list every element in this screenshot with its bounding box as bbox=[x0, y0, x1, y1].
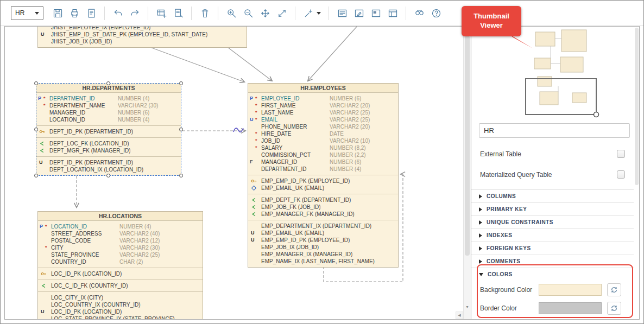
section-comments[interactable]: COMMENTS bbox=[471, 255, 634, 268]
index-row[interactable]: UEMP_EMAIL_UK (EMAIL) bbox=[248, 230, 398, 237]
column-row[interactable]: *LAST_NAMEVARCHAR2 (25) bbox=[248, 109, 398, 116]
new-view-button[interactable] bbox=[171, 5, 186, 21]
panel-scroll-thumb[interactable] bbox=[635, 28, 639, 185]
section-foreign-keys[interactable]: FOREIGN KEYS bbox=[471, 242, 634, 255]
fit-screen-button[interactable] bbox=[257, 5, 273, 21]
entity-locations[interactable]: HR.LOCATIONSP*LOCATION_IDNUMBER (4)STREE… bbox=[37, 211, 203, 319]
selection-handle[interactable] bbox=[34, 128, 38, 131]
entity-departments[interactable]: HR.DEPARTMENTSP*DEPARTMENT_IDNUMBER (4)*… bbox=[36, 83, 181, 176]
index-row[interactable]: DEPT_LOCATION_IX (LOCATION_ID) bbox=[36, 166, 181, 173]
index-row[interactable]: EMP_NAME_IX (LAST_NAME, FIRST_NAME) bbox=[248, 258, 398, 265]
save-button[interactable] bbox=[50, 5, 65, 21]
background-color-swatch[interactable] bbox=[539, 284, 602, 296]
fk-row[interactable]: EMP_MANAGER_FK (MANAGER_ID) bbox=[248, 211, 398, 218]
column-row[interactable]: DEPARTMENT_IDNUMBER (4) bbox=[248, 166, 398, 173]
index-row[interactable]: EMP_JOB_IX (JOB_ID) bbox=[248, 244, 398, 251]
column-row[interactable]: STREET_ADDRESSVARCHAR2 (40) bbox=[38, 230, 203, 237]
column-row[interactable]: U*EMAILVARCHAR2 (25) bbox=[248, 116, 398, 123]
index-row[interactable]: UJHIST_EMP_ID_ST_DATE_PK (EMPLOYEE_ID, S… bbox=[38, 31, 247, 38]
index-row[interactable]: LOC_STATE_PROVINCE_IX (STATE_PROVINCE) bbox=[38, 315, 203, 319]
column-row[interactable]: LOCATION_IDNUMBER (4) bbox=[36, 116, 181, 123]
fk-row[interactable]: EMP_DEPT_FK (DEPARTMENT_ID) bbox=[248, 196, 398, 204]
key-row[interactable]: EMP_EMAIL_UK (EMAIL) bbox=[248, 185, 398, 192]
collapse-panel-arrow[interactable] bbox=[471, 162, 471, 168]
selection-handle[interactable] bbox=[106, 174, 110, 177]
external-table-checkbox[interactable] bbox=[617, 150, 625, 158]
actual-size-button[interactable] bbox=[274, 5, 289, 21]
index-row[interactable]: ULOC_ID_PK (LOCATION_ID) bbox=[38, 308, 203, 315]
column-row[interactable]: P*LOCATION_IDNUMBER (4) bbox=[38, 223, 203, 230]
fk-row[interactable]: EMP_JOB_FK (JOB_ID) bbox=[248, 204, 398, 211]
selection-handle[interactable] bbox=[34, 81, 38, 85]
index-row[interactable]: EMP_DEPARTMENT_IX (DEPARTMENT_ID) bbox=[248, 223, 398, 230]
column-row[interactable]: *CITYVARCHAR2 (30) bbox=[38, 244, 203, 251]
section-unique-constraints[interactable]: UNIQUE CONSTRAINTS bbox=[471, 215, 634, 228]
index-row[interactable]: LOC_COUNTRY_IX (COUNTRY_ID) bbox=[38, 301, 203, 308]
thumbnail-viewer[interactable] bbox=[471, 27, 639, 119]
index-row[interactable]: JHIST_EMPLOYEE_IX (EMPLOYEE_ID) bbox=[38, 27, 247, 31]
key-row[interactable]: EMP_EMP_ID_PK (EMPLOYEE_ID) bbox=[248, 177, 398, 185]
properties-panel-button[interactable] bbox=[334, 5, 350, 21]
fk-row[interactable]: DEPT_LOC_FK (LOCATION_ID) bbox=[36, 140, 181, 147]
print-button[interactable] bbox=[67, 5, 82, 21]
index-row[interactable]: LOC_CITY_IX (CITY) bbox=[38, 294, 203, 301]
fk-row[interactable]: LOC_C_ID_FK (COUNTRY_ID) bbox=[38, 282, 203, 289]
auto-layout-button[interactable] bbox=[301, 5, 323, 21]
fk-row[interactable]: DEPT_MGR_FK (MANAGER_ID) bbox=[36, 147, 181, 154]
index-row[interactable]: JHIST_JOB_IX (JOB_ID) bbox=[38, 38, 247, 45]
border-color-swatch[interactable] bbox=[539, 302, 602, 314]
key-row[interactable]: LOC_ID_PK (LOCATION_ID) bbox=[38, 270, 203, 277]
column-row[interactable]: MANAGER_IDNUMBER (6) bbox=[36, 109, 181, 116]
delete-button[interactable] bbox=[197, 5, 212, 21]
details-panel-button[interactable] bbox=[385, 5, 400, 21]
key-row[interactable]: DEPT_ID_PK (DEPARTMENT_ID) bbox=[36, 128, 181, 135]
undo-button[interactable] bbox=[110, 5, 125, 21]
scroll-left-button[interactable]: ◀ bbox=[456, 312, 463, 319]
selection-handle[interactable] bbox=[34, 174, 38, 177]
zoom-in-button[interactable] bbox=[224, 5, 239, 21]
column-row[interactable]: POSTAL_CODEVARCHAR2 (12) bbox=[38, 237, 203, 244]
column-row[interactable]: *SALARYNUMBER (8,2) bbox=[248, 144, 398, 151]
edit-panel-button[interactable] bbox=[351, 5, 367, 21]
reset-border-color-button[interactable] bbox=[607, 302, 621, 315]
report-button[interactable] bbox=[84, 5, 99, 21]
entity-jhist-partial[interactable]: JHIST_EMPLOYEE_IX (EMPLOYEE_ID)UJHIST_EM… bbox=[37, 27, 247, 48]
index-row[interactable]: EMP_MANAGER_IX (MANAGER_ID) bbox=[248, 251, 398, 258]
new-table-button[interactable] bbox=[154, 5, 169, 21]
table-name-input[interactable] bbox=[479, 123, 630, 138]
overview-panel-button[interactable] bbox=[368, 5, 383, 21]
column-row[interactable]: P*EMPLOYEE_IDNUMBER (6) bbox=[248, 95, 398, 102]
vertical-scroll-thumb[interactable] bbox=[465, 36, 470, 256]
entity-employees[interactable]: HR.EMPLOYEESP*EMPLOYEE_IDNUMBER (6)*FIRS… bbox=[248, 83, 399, 268]
selection-handle[interactable] bbox=[179, 81, 183, 85]
section-colors[interactable]: COLORS bbox=[471, 268, 634, 281]
canvas-vertical-scrollbar[interactable]: ▲ ▼ bbox=[463, 27, 471, 319]
diagram-canvas[interactable]: JHIST_EMPLOYEE_IX (EMPLOYEE_ID)UJHIST_EM… bbox=[5, 27, 471, 319]
viewport-resize-handle[interactable] bbox=[594, 112, 599, 117]
redo-button[interactable] bbox=[127, 5, 142, 21]
column-row[interactable]: P*DEPARTMENT_IDNUMBER (4) bbox=[36, 95, 181, 102]
column-row[interactable]: *HIRE_DATEDATE bbox=[248, 130, 398, 137]
scroll-down-button[interactable]: ▼ bbox=[464, 303, 471, 311]
reset-background-color-button[interactable] bbox=[607, 283, 621, 296]
column-row[interactable]: STATE_PROVINCEVARCHAR2 (25) bbox=[38, 251, 203, 258]
selection-handle[interactable] bbox=[179, 174, 183, 177]
column-row[interactable]: COUNTRY_IDCHAR (2) bbox=[38, 258, 203, 265]
column-row[interactable]: *DEPARTMENT_NAMEVARCHAR2 (30) bbox=[36, 102, 181, 109]
column-row[interactable]: *JOB_IDVARCHAR2 (10) bbox=[248, 137, 398, 144]
find-button[interactable] bbox=[412, 5, 427, 21]
selection-handle[interactable] bbox=[179, 128, 183, 131]
help-button[interactable] bbox=[428, 5, 444, 21]
section-primary-key[interactable]: PRIMARY KEY bbox=[471, 202, 634, 215]
selection-handle[interactable] bbox=[106, 81, 110, 85]
column-row[interactable]: *FIRST_NAMEVARCHAR2 (20) bbox=[248, 102, 398, 109]
column-row[interactable]: COMMISSION_PCTNUMBER (2,2) bbox=[248, 151, 398, 158]
column-row[interactable]: PHONE_NUMBERVARCHAR2 (20) bbox=[248, 123, 398, 130]
column-row[interactable]: FMANAGER_IDNUMBER (6) bbox=[248, 158, 398, 166]
section-columns[interactable]: COLUMNS bbox=[471, 189, 634, 202]
section-indexes[interactable]: INDEXES bbox=[471, 228, 634, 242]
index-row[interactable]: UDEPT_ID_PK (DEPARTMENT_ID) bbox=[36, 159, 181, 166]
schema-selector[interactable]: HR bbox=[11, 6, 43, 20]
materialized-query-table-checkbox[interactable] bbox=[617, 170, 625, 179]
index-row[interactable]: UEMP_EMP_ID_PK (EMPLOYEE_ID) bbox=[248, 237, 398, 244]
